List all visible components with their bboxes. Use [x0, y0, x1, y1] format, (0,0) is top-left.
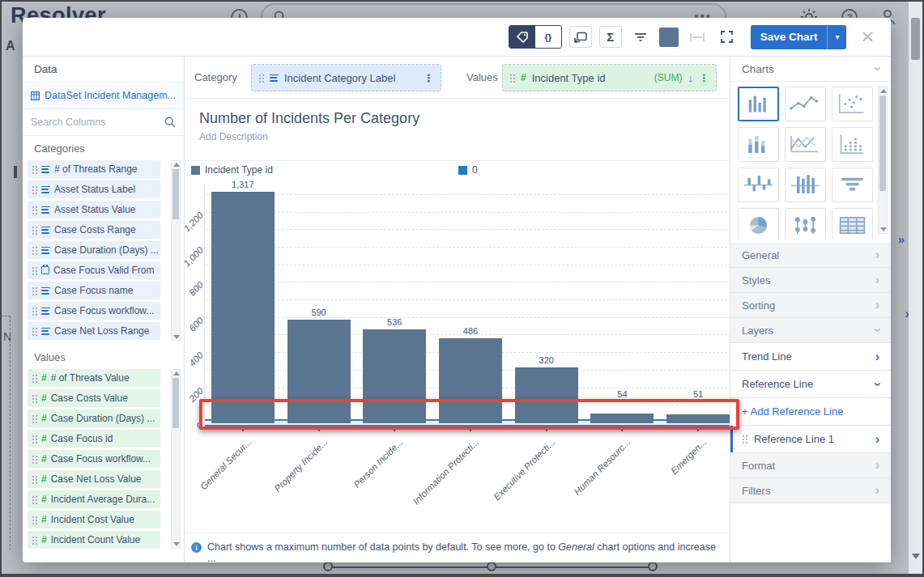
section-filters[interactable]: Filters› [730, 478, 891, 503]
category-column-item[interactable]: Case Costs Range [28, 221, 160, 239]
scroll-up-arrow[interactable] [173, 163, 180, 167]
value-column-item[interactable]: ## of Threats Value [28, 369, 160, 387]
scroll-up-arrow[interactable] [173, 371, 180, 375]
drag-handle-icon[interactable] [32, 394, 37, 403]
pill-menu-icon[interactable]: ⋮ [424, 72, 434, 84]
charts-section-header[interactable]: Charts › [730, 57, 891, 82]
pill-menu-icon[interactable]: ⋮ [699, 72, 709, 84]
category-column-item[interactable]: # of Threats Range [28, 160, 160, 178]
chart-type-table[interactable] [832, 208, 873, 240]
save-chart-button[interactable]: Save Chart ▾ [751, 25, 847, 49]
filter-button[interactable] [629, 26, 652, 48]
chart-description-placeholder[interactable]: Add Description [199, 131, 268, 142]
drag-handle-icon[interactable] [32, 455, 37, 464]
chart-title[interactable]: Number of Incidents Per Category [199, 110, 419, 127]
drag-handle-icon[interactable] [32, 185, 37, 194]
chart-type-column[interactable] [738, 87, 779, 121]
drag-handle-icon[interactable] [32, 435, 37, 443]
data-label-button[interactable] [569, 26, 592, 48]
section-styles[interactable]: Styles› [730, 268, 891, 293]
section-sorting[interactable]: Sorting› [730, 293, 891, 318]
chart-type-line[interactable] [785, 87, 826, 121]
scroll-down-arrow[interactable] [173, 335, 180, 339]
category-column-pill[interactable]: Incident Category Label ⋮ [251, 64, 441, 91]
bar-5[interactable] [590, 414, 654, 423]
category-column-item[interactable]: Case Focus name [28, 282, 160, 299]
category-column-item[interactable]: Case Focus Valid From [28, 261, 160, 279]
bar-width-button[interactable] [686, 26, 709, 48]
add-reference-line-link[interactable]: + Add Reference Line [730, 398, 891, 426]
fullscreen-button[interactable] [716, 26, 739, 48]
section-general[interactable]: General› [730, 243, 891, 268]
value-column-item[interactable]: #Case Focus id [28, 430, 160, 448]
aggregation-badge[interactable]: (SUM) [654, 72, 683, 83]
value-column-item[interactable]: #Incident Average Dura... [28, 490, 160, 508]
scroll-down-arrow[interactable] [880, 227, 887, 231]
drag-handle-icon[interactable] [32, 246, 37, 255]
drag-handle-icon[interactable] [32, 515, 37, 524]
chart-type-grouped-column[interactable] [785, 168, 826, 202]
value-column-item[interactable]: #Case Focus workflow... [28, 450, 160, 468]
color-swatch-button[interactable] [659, 28, 679, 47]
value-column-item[interactable]: #Case Costs Value [28, 389, 160, 407]
drag-handle-icon[interactable] [32, 536, 37, 545]
drag-handle-icon[interactable] [32, 414, 37, 423]
layers-item-reference-line[interactable]: Reference Line› [730, 371, 891, 398]
sum-button[interactable]: Σ [599, 26, 622, 48]
chart-type-scrollbar[interactable] [878, 87, 888, 234]
drag-handle-icon[interactable] [32, 226, 37, 235]
close-icon[interactable]: ✕ [860, 28, 875, 45]
drag-handle-icon[interactable] [32, 206, 37, 214]
sort-descending-icon[interactable]: ↓ [688, 72, 694, 84]
bar-0[interactable] [211, 192, 275, 423]
chart-type-diverging-bars[interactable] [738, 168, 779, 202]
scroll-up-arrow[interactable] [880, 89, 887, 93]
category-column-item[interactable]: Asset Status Label [28, 180, 160, 198]
chart-type-multi-line[interactable] [785, 127, 826, 162]
drag-handle-icon[interactable] [258, 74, 264, 83]
category-column-item[interactable]: Case Net Loss Range [28, 322, 160, 340]
tag-mode-button[interactable] [509, 26, 535, 48]
chart-type-stacked-column[interactable] [738, 127, 779, 162]
braces-mode-button[interactable]: {} [535, 26, 561, 48]
categories-scrollbar[interactable] [171, 160, 181, 342]
drag-handle-icon[interactable] [742, 435, 747, 443]
scrollbar-thumb[interactable] [172, 169, 179, 219]
category-column-item[interactable]: Asset Status Value [28, 201, 160, 218]
drag-handle-icon[interactable] [32, 266, 37, 275]
value-column-item[interactable]: #Incident Count Value [28, 531, 160, 549]
drag-handle-icon[interactable] [32, 374, 37, 383]
chart-type-pie[interactable] [738, 208, 779, 240]
dataset-selector[interactable]: DataSet Incident Managem... [23, 83, 184, 109]
chart-type-box-plot[interactable] [785, 208, 826, 240]
values-scrollbar[interactable] [171, 369, 181, 549]
save-chart-dropdown[interactable]: ▾ [827, 25, 846, 49]
layers-item-trend-line[interactable]: Trend Line› [730, 343, 891, 371]
bar-6[interactable] [666, 414, 730, 423]
bar-4[interactable] [515, 367, 578, 423]
section-layers[interactable]: Layers› [730, 318, 891, 343]
chart-type-dot-matrix[interactable] [832, 127, 873, 162]
bar-3[interactable] [439, 338, 502, 423]
drag-handle-icon[interactable] [32, 495, 37, 504]
chart-type-funnel[interactable] [832, 168, 873, 202]
category-column-item[interactable]: Case Focus workflow... [28, 302, 160, 320]
legend-item[interactable]: 0 [458, 164, 478, 176]
bar-2[interactable] [363, 329, 426, 423]
value-column-item[interactable]: #Incident Cost Value [28, 511, 160, 528]
value-column-item[interactable]: #Case Duration (Days) ... [28, 409, 160, 427]
scrollbar-thumb[interactable] [172, 378, 179, 428]
value-column-pill[interactable]: # Incident Type id (SUM) ↓ ⋮ [502, 64, 717, 91]
scrollbar-thumb[interactable] [879, 95, 886, 191]
drag-handle-icon[interactable] [32, 475, 37, 484]
page-scrollbar[interactable] [909, 2, 922, 574]
bar-1[interactable] [287, 320, 351, 423]
chart-type-scatter[interactable] [832, 87, 873, 121]
scroll-down-arrow[interactable] [173, 542, 180, 546]
search-columns-input[interactable] [31, 117, 164, 128]
reference-line-1-item[interactable]: Reference Line 1 › [730, 426, 891, 453]
scrollbar-thumb[interactable] [911, 18, 920, 60]
section-format[interactable]: Format› [730, 453, 891, 478]
drag-handle-icon[interactable] [32, 286, 37, 295]
drag-handle-icon[interactable] [32, 307, 37, 316]
